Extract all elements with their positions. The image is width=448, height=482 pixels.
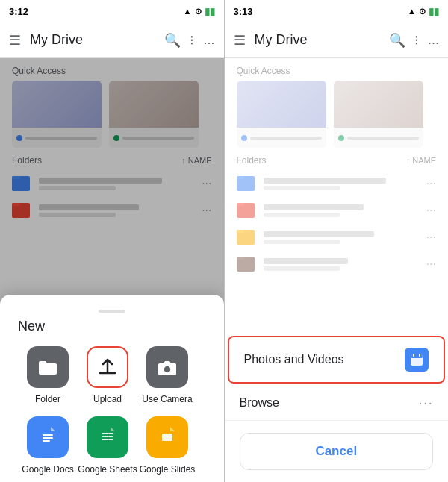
sheet-apps-row: Google Docs Google Sheets: [0, 404, 224, 475]
gsheets-label: Google Sheets: [78, 464, 137, 475]
right-signal-icon: ▲: [408, 7, 416, 16]
camera-box-icon: [146, 346, 188, 388]
right-time: 3:13: [234, 6, 253, 17]
right-more-icon[interactable]: ...: [428, 32, 439, 48]
folder-label: Folder: [35, 394, 60, 404]
upload-option[interactable]: Upload: [78, 346, 137, 404]
right-drive-content: Quick Access Folders ↑ NAME: [225, 58, 449, 482]
left-header: ☰ My Drive 🔍 ⁝ ...: [0, 22, 224, 58]
sheet-icons-row: Folder Upload: [0, 346, 224, 404]
left-grid-icon[interactable]: ⁝: [190, 32, 194, 48]
svg-rect-3: [43, 434, 53, 436]
new-bottom-sheet: New Folder: [0, 295, 224, 482]
left-drive-content: Quick Access Folders ↑ NAME: [0, 58, 224, 482]
svg-rect-4: [43, 437, 53, 439]
left-signal-icon: ▲: [184, 7, 192, 16]
browse-item[interactable]: Browse ···: [225, 384, 449, 422]
folder-box-icon: [27, 346, 69, 388]
right-panel: 3:13 ▲ ⊙ ▮▮ ☰ My Drive 🔍 ⁝ ... Quick Acc…: [225, 0, 449, 482]
left-panel: 3:12 ▲ ⊙ ▮▮ ☰ My Drive 🔍 ⁝ ... Quick Acc…: [0, 0, 224, 482]
upload-label: Upload: [93, 394, 122, 404]
photos-calendar-icon: [405, 348, 429, 372]
sheet-title: New: [0, 319, 224, 346]
svg-rect-5: [43, 440, 50, 442]
browse-label: Browse: [240, 396, 410, 410]
cancel-button[interactable]: Cancel: [240, 433, 434, 470]
right-drive-title: My Drive: [255, 32, 380, 48]
gdocs-icon: [27, 416, 69, 458]
gdocs-option[interactable]: Google Docs: [18, 416, 78, 475]
svg-rect-10: [108, 433, 109, 442]
drag-bar: [99, 310, 125, 313]
gslides-option[interactable]: Google Slides: [137, 416, 197, 475]
right-menu-list: Photos and Videos Browse ···: [225, 336, 449, 422]
left-status-bar: 3:12 ▲ ⊙ ▮▮: [0, 0, 224, 22]
right-wifi-icon: ⊙: [419, 7, 426, 16]
gsheets-option[interactable]: Google Sheets: [78, 416, 137, 475]
folder-option[interactable]: Folder: [18, 346, 78, 404]
left-search-icon[interactable]: 🔍: [164, 32, 181, 48]
right-grid-icon[interactable]: ⁝: [414, 32, 419, 48]
gdocs-label: Google Docs: [22, 464, 73, 475]
right-menu-icon[interactable]: ☰: [234, 32, 246, 48]
right-overlay: [225, 58, 449, 342]
gslides-icon: [146, 416, 188, 458]
right-search-icon[interactable]: 🔍: [389, 32, 405, 48]
left-status-icons: ▲ ⊙ ▮▮: [184, 6, 215, 17]
left-time: 3:12: [9, 6, 28, 17]
gslides-label: Google Slides: [140, 464, 196, 475]
svg-rect-16: [419, 354, 420, 357]
left-battery-icon: ▮▮: [205, 6, 215, 17]
left-drive-title: My Drive: [30, 32, 155, 48]
browse-more-icon[interactable]: ···: [418, 394, 433, 411]
right-battery-icon: ▮▮: [429, 6, 439, 17]
left-wifi-icon: ⊙: [195, 7, 202, 16]
right-status-icons: ▲ ⊙ ▮▮: [408, 6, 439, 17]
camera-option[interactable]: Use Camera: [137, 346, 197, 404]
cancel-bar: Cancel: [225, 420, 449, 482]
right-header: ☰ My Drive 🔍 ⁝ ...: [225, 22, 449, 58]
camera-label: Use Camera: [142, 394, 192, 404]
photos-videos-label: Photos and Videos: [244, 353, 396, 366]
left-more-icon[interactable]: ...: [203, 32, 214, 48]
svg-point-1: [164, 366, 171, 373]
left-menu-icon[interactable]: ☰: [9, 32, 21, 48]
photos-videos-item[interactable]: Photos and Videos: [228, 336, 446, 384]
gsheets-icon: [87, 416, 128, 458]
svg-rect-14: [411, 355, 423, 358]
svg-rect-12: [162, 434, 172, 441]
svg-rect-15: [413, 354, 414, 357]
right-status-bar: 3:13 ▲ ⊙ ▮▮: [225, 0, 449, 22]
upload-box-icon: [87, 346, 128, 388]
